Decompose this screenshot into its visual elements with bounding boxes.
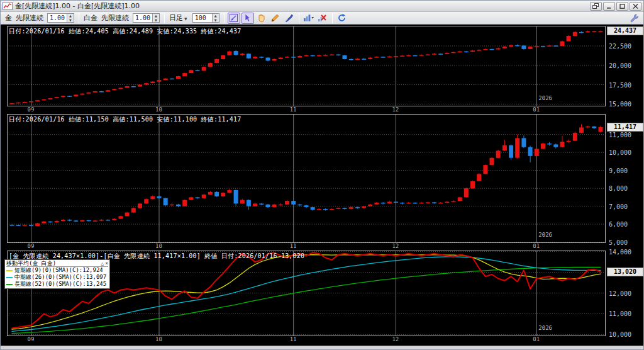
gold-contract-label: 先限連続 xyxy=(16,13,43,23)
settings-button[interactable] xyxy=(628,13,640,24)
draw-pencil-button[interactable] xyxy=(269,13,282,24)
window-bottom-edge xyxy=(1,346,643,349)
platinum-ohlc-info: 日付:2026/01/16 始値:11,150 高値:11,500 安値:11,… xyxy=(9,115,241,124)
gold-last-price-box: 24,437 xyxy=(607,26,643,35)
minimize-icon xyxy=(606,4,612,9)
chart-type-bars-icon xyxy=(303,13,314,23)
short-sma-color-marker xyxy=(6,270,13,271)
gold-x-axis: 0910111201 xyxy=(1,106,606,114)
bar-count-spinner[interactable]: ▲▼ xyxy=(212,14,219,22)
title-bar: 金[先限連続]1.00 - 白金[先限連続]1.00 xyxy=(1,1,643,12)
pan-hand-icon xyxy=(257,13,266,23)
mid-sma-color-marker xyxy=(6,277,13,278)
refresh-button[interactable] xyxy=(336,13,348,24)
float-window-button[interactable] xyxy=(590,2,602,11)
moving-average-legend: 移動平均(金 白金) △ × 短期線(9)(0)(SMA)(C):12,924 … xyxy=(4,259,110,289)
spread-last-price-box: 13,020 xyxy=(607,268,643,276)
gold-candlestick-panel[interactable]: 2026 xyxy=(7,26,606,106)
minimize-button[interactable] xyxy=(603,2,615,11)
layered-windows-icon xyxy=(592,3,599,9)
legend-collapse-button[interactable]: △ xyxy=(101,261,104,266)
chart-type-button[interactable] xyxy=(303,13,315,24)
chevron-down-icon: ▼ xyxy=(184,16,187,21)
pan-hand-button[interactable] xyxy=(255,13,268,24)
toolbar: 金 先限連続 1.00 ▲▼ 白金 先限連続 1.00 ▲▼ 日足▼ 100 ▲… xyxy=(1,12,643,25)
close-button[interactable] xyxy=(630,2,641,11)
settings-wrench-icon xyxy=(630,13,639,23)
maximize-icon xyxy=(619,4,625,9)
platinum-candlestick-panel[interactable]: 2026 xyxy=(7,114,606,243)
svg-text:2026: 2026 xyxy=(538,95,552,101)
svg-text:2026: 2026 xyxy=(538,325,552,331)
chart-area: 2026 日付:2026/01/16 始値:24,405 高値:24,489 安… xyxy=(1,25,643,346)
crosshair-chart-icon xyxy=(229,13,238,23)
app-chart-icon xyxy=(3,2,13,10)
platinum-contract-label: 先限連続 xyxy=(101,13,129,23)
window-title: 金[先限連続]1.00 - 白金[先限連続]1.00 xyxy=(15,1,140,11)
long-sma-color-marker xyxy=(6,284,13,285)
price-axis[interactable]: 24,437 11,417 13,020 22,50020,00017,5001… xyxy=(606,25,644,346)
svg-text:2026: 2026 xyxy=(538,232,552,238)
delete-cross-icon xyxy=(318,13,327,23)
gold-ratio-input[interactable]: 1.00 ▲▼ xyxy=(47,13,74,23)
delete-drawing-button[interactable] xyxy=(316,13,329,24)
app-window: 金[先限連続]1.00 - 白金[先限連続]1.00 金 先限連続 1.00 ▲… xyxy=(0,0,644,350)
crosshair-chart-button[interactable] xyxy=(228,13,240,24)
select-arrow-icon xyxy=(243,13,252,23)
platinum-ratio-input[interactable]: 1.00 ▲▼ xyxy=(133,13,160,23)
select-arrow-button[interactable] xyxy=(242,13,254,24)
gold-ratio-spinner[interactable]: ▲▼ xyxy=(67,14,74,22)
platinum-last-price-box: 11,417 xyxy=(607,123,643,132)
platinum-ratio-spinner[interactable]: ▲▼ xyxy=(152,14,159,22)
bar-count-input[interactable]: 100 ▲▼ xyxy=(192,13,219,23)
draw-pen-button[interactable] xyxy=(283,13,296,24)
gold-symbol-label: 金 xyxy=(5,13,12,23)
refresh-icon xyxy=(337,13,347,23)
platinum-x-axis: 0910111201 xyxy=(1,243,606,251)
spread-x-axis: 0910111201 xyxy=(1,336,606,344)
gold-ohlc-info: 日付:2026/01/16 始値:24,405 高値:24,489 安値:24,… xyxy=(9,27,241,36)
maximize-button[interactable] xyxy=(616,2,628,11)
legend-item-long-sma: 長期線(52)(0)(SMA)(C):13,245 xyxy=(6,281,108,288)
legend-close-button[interactable]: × xyxy=(105,261,108,266)
close-icon xyxy=(633,4,638,9)
draw-pen-icon xyxy=(284,13,294,23)
period-select[interactable]: 日足▼ xyxy=(169,13,189,23)
draw-pencil-icon xyxy=(270,13,280,23)
platinum-symbol-label: 白金 xyxy=(84,13,97,23)
